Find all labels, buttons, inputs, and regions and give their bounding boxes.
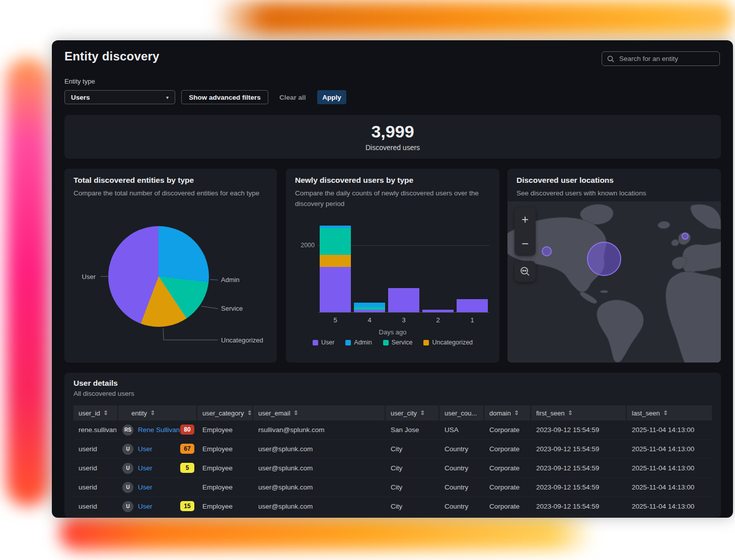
zoom-out-button[interactable]: − (514, 233, 536, 254)
risk-score-badge: 80 (180, 425, 194, 435)
legend-item-admin[interactable]: Admin (345, 339, 372, 346)
cell-user-category: Employee (197, 459, 253, 477)
entity-link[interactable]: User (138, 464, 153, 472)
map-central-america (580, 291, 597, 304)
cell-user-email: user@splunk.com (253, 440, 386, 458)
cell-domain: Corporate (484, 497, 531, 516)
column-label: user_category (202, 409, 244, 417)
cell-user-country: Country (439, 478, 484, 497)
show-advanced-filters-button[interactable]: Show advanced filters (181, 90, 268, 104)
column-header-user_email[interactable]: user_email⇕ (253, 405, 386, 421)
table-header-row: user_id⇕entity⇕user_category⇕user_email⇕… (74, 405, 712, 421)
bar-segment-day4-service (354, 307, 385, 310)
avatar: U (122, 482, 133, 493)
world-map: + − (507, 201, 721, 363)
cell-domain: Corporate (484, 421, 531, 439)
bar-segment-day5-admin (320, 226, 351, 228)
location-bubble-us-east[interactable] (587, 242, 621, 276)
legend-swatch (345, 340, 351, 345)
legend-swatch (383, 340, 389, 345)
risk-score-badge: 5 (180, 463, 194, 473)
cell-last-seen: 2025-11-04 14:13:00 (627, 440, 712, 458)
user-table: user_id⇕entity⇕user_category⇕user_email⇕… (74, 405, 712, 516)
cell-domain: Corporate (484, 440, 531, 458)
legend-label: User (321, 339, 334, 346)
column-header-user_id[interactable]: user_id⇕ (74, 405, 118, 421)
x-axis-tick: 3 (387, 316, 421, 324)
zoom-reset-icon[interactable] (514, 261, 536, 282)
cell-first-seen: 2023-09-12 15:54:59 (531, 478, 627, 497)
bar-segment-day5-service (320, 228, 351, 255)
bar-legend: UserAdminServiceUncategorized (286, 339, 499, 346)
zoom-in-button[interactable]: + (514, 209, 536, 230)
card-subtitle: Compare the total number of discovered e… (74, 188, 269, 198)
sort-icon: ⇕ (247, 409, 252, 416)
cell-user-category: Employee (197, 421, 253, 439)
card-user-locations: Discovered user locations See discovered… (507, 169, 721, 363)
search-input[interactable] (618, 54, 714, 63)
cell-user-email: user@splunk.com (253, 478, 386, 497)
cell-user-city: City (386, 440, 439, 458)
entity-type-dropdown[interactable]: Users ▾ (64, 90, 175, 104)
legend-item-user[interactable]: User (313, 339, 334, 346)
cell-last-seen: 2025-11-04 14:13:00 (627, 497, 712, 516)
entity-link[interactable]: Rene Sullivan (138, 426, 180, 434)
page: Entity discovery Entity type Users ▾ Sho… (0, 0, 735, 560)
column-header-user_city[interactable]: user_city⇕ (386, 405, 439, 421)
entity-link[interactable]: User (138, 503, 153, 510)
card-subtitle: See discovered users with known location… (517, 188, 713, 198)
avatar: RS (122, 425, 133, 436)
cell-user-email: user@splunk.com (253, 459, 386, 477)
page-title: Entity discovery (64, 49, 160, 63)
sort-icon: ⇕ (420, 409, 425, 416)
column-label: last_seen (632, 409, 660, 417)
card-title: Newly discovered users by type (295, 176, 413, 185)
column-header-first_seen[interactable]: first_seen⇕ (531, 405, 627, 421)
table-row: useridUUser67Employeeuser@splunk.comCity… (74, 440, 712, 459)
legend-item-service[interactable]: Service (383, 339, 413, 346)
sort-icon: ⇕ (103, 409, 108, 416)
column-label: user_cou... (445, 409, 477, 417)
pie-label-uncategorized: Uncategorized (221, 336, 263, 344)
entity-link[interactable]: User (138, 483, 153, 491)
column-header-user_cou: user_cou... (439, 405, 484, 421)
pie-chart (108, 226, 209, 327)
cell-entity: UUser15 (118, 497, 197, 516)
map-zoom-controls: + − (514, 207, 536, 256)
apply-button[interactable]: Apply (317, 90, 346, 104)
entity-search[interactable] (602, 51, 720, 66)
cell-last-seen: 2025-11-04 14:13:00 (627, 421, 712, 439)
legend-label: Service (392, 339, 413, 346)
discovered-users-label: Discovered users (64, 144, 721, 152)
cell-entity: UUser (118, 478, 197, 497)
avatar: U (122, 444, 133, 455)
column-header-user_category[interactable]: user_category⇕ (197, 405, 253, 421)
location-bubble-us-west[interactable] (542, 246, 552, 256)
column-label: domain (489, 409, 511, 417)
column-header-domain[interactable]: domain⇕ (484, 405, 531, 421)
clear-all-button[interactable]: Clear all (279, 90, 306, 104)
location-bubble-united-kingdom[interactable] (682, 233, 689, 240)
card-user-details: User details All discovered users user_i… (64, 373, 721, 518)
table-row: useridUUserEmployeeuser@splunk.comCityCo… (74, 478, 712, 497)
entity-type-value: Users (71, 94, 90, 101)
sort-icon: ⇕ (150, 409, 155, 416)
cell-first-seen: 2023-09-12 15:54:59 (531, 421, 627, 439)
chevron-down-icon: ▾ (166, 95, 169, 100)
y-axis-tick: 2000 (295, 242, 315, 249)
legend-item-uncategorized[interactable]: Uncategorized (423, 339, 473, 346)
cell-user-country: Country (439, 497, 484, 516)
column-header-last_seen[interactable]: last_seen⇕ (627, 405, 712, 421)
pie-label-service: Service (221, 305, 243, 312)
cell-user-id: userid (74, 497, 118, 516)
cell-domain: Corporate (484, 478, 531, 497)
x-axis-line (318, 312, 489, 313)
column-header-entity[interactable]: entity⇕ (118, 405, 197, 421)
risk-score-badge: 67 (180, 444, 194, 454)
bar-segment-day1-user (457, 299, 488, 312)
bar-segment-day5-user (320, 267, 351, 312)
card-title: Discovered user locations (517, 176, 614, 185)
cell-user-id: userid (74, 478, 118, 497)
table-row: rene.sullivanRSRene Sullivan80Employeers… (74, 421, 712, 440)
entity-link[interactable]: User (138, 445, 153, 453)
